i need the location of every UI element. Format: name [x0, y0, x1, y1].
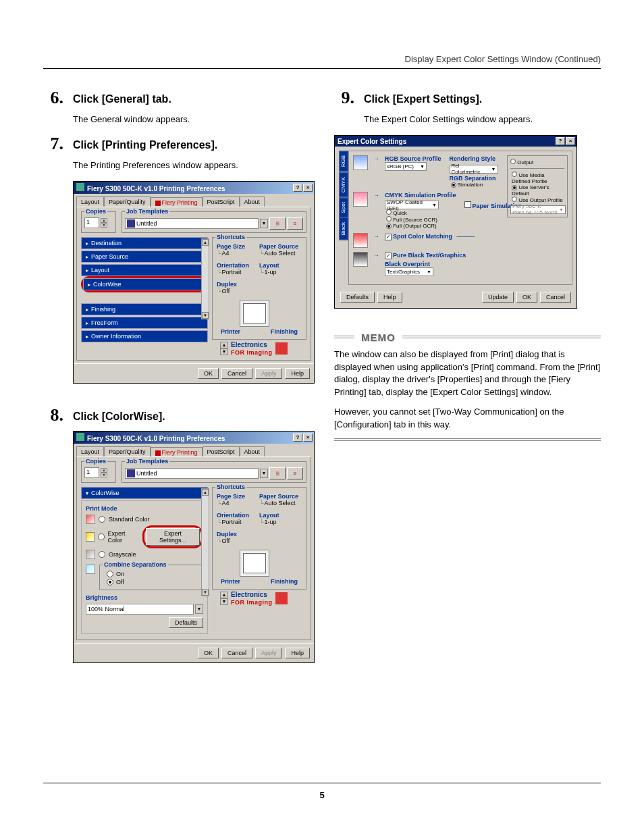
output-profile-select[interactable]: Fiery 50C-K Plain.64-105 Norm▼ [510, 205, 566, 214]
brightness-select[interactable]: 100% Normal [86, 604, 194, 615]
defaults-button[interactable]: Defaults [169, 617, 203, 628]
nav-destination[interactable]: Destination [81, 237, 208, 249]
rendering-label: Rendering Style [450, 155, 498, 162]
spot-match-checkbox[interactable] [385, 234, 392, 240]
printer-link[interactable]: Printer [221, 578, 240, 585]
scrollbar[interactable]: ▲▼ [201, 238, 209, 319]
vtab-black[interactable]: Black [339, 217, 348, 240]
tab-postscript[interactable]: PostScript [203, 446, 240, 457]
server-default-radio[interactable] [512, 185, 517, 190]
step-title: Click [Expert Settings]. [364, 89, 482, 105]
manage-template-button[interactable]: ≡ [287, 217, 303, 230]
copies-spinner[interactable]: ▲▼ [101, 468, 107, 477]
window-title: Fiery S300 50C-K v1.0 Printing Preferenc… [87, 435, 225, 442]
grayscale-radio[interactable] [99, 551, 105, 558]
job-templates-group: Job Templates Untitled ▼ ⎘ ≡ [122, 461, 306, 483]
nav-owner-info[interactable]: Owner Information [81, 330, 208, 342]
nav-layout[interactable]: Layout [81, 264, 208, 276]
black-overprint-select[interactable]: Text/Graphics▼ [385, 267, 433, 276]
copies-input[interactable]: 1 [84, 467, 99, 478]
printer-link[interactable]: Printer [221, 328, 240, 335]
full-output-radio[interactable] [386, 224, 392, 229]
step-6: 6. Click [General] tab. [43, 89, 310, 107]
copies-label: Copies [84, 208, 107, 215]
defaults-button[interactable]: Defaults [340, 292, 375, 303]
vtab-rgb[interactable]: RGB [339, 151, 348, 172]
sc-layout-value: 1-up [259, 269, 302, 276]
cancel-button[interactable]: Cancel [221, 648, 252, 658]
scrollbar[interactable]: ▲▼ [201, 488, 209, 596]
combine-off-radio[interactable] [107, 579, 113, 585]
expert-settings-button[interactable]: Expert Settings... [146, 528, 200, 546]
help-button[interactable]: Help [377, 292, 402, 303]
help-button[interactable]: Help [285, 648, 310, 658]
ok-button[interactable]: OK [516, 292, 537, 303]
efi-badge-icon [275, 342, 288, 355]
nav-colorwise[interactable]: ColorWise [81, 487, 208, 499]
step-7: 7. Click [Printing Preferences]. [43, 135, 310, 153]
save-template-button[interactable]: ⎘ [269, 217, 286, 230]
job-template-select[interactable]: Untitled [125, 468, 259, 479]
job-template-select[interactable]: Untitled [125, 218, 259, 229]
copies-input[interactable]: 1 [84, 217, 99, 228]
cmyk-sim-select[interactable]: SWOP-Coated (EFI)▼ [385, 201, 439, 209]
apply-button[interactable]: Apply [255, 648, 283, 658]
expert-radio[interactable] [98, 533, 104, 540]
close-icon[interactable]: × [566, 137, 575, 145]
tab-paper-quality[interactable]: Paper/Quality [104, 446, 151, 457]
finishing-link[interactable]: Finishing [271, 328, 298, 335]
page-spinner[interactable]: ▲▼ [220, 592, 228, 605]
nav-finishing[interactable]: Finishing [81, 303, 208, 315]
nav-colorwise[interactable]: ColorWise [83, 278, 206, 290]
copies-spinner[interactable]: ▲▼ [101, 218, 107, 228]
help-icon[interactable]: ? [556, 137, 565, 145]
output-profile-radio[interactable] [512, 197, 517, 202]
standard-radio[interactable] [99, 516, 105, 523]
tab-about[interactable]: About [240, 197, 265, 207]
close-icon[interactable]: × [303, 434, 313, 442]
close-icon[interactable]: × [303, 184, 313, 192]
simulation-radio[interactable] [451, 182, 456, 188]
tab-fiery-printing[interactable]: Fiery Printing [151, 447, 203, 457]
pure-black-checkbox[interactable] [385, 253, 392, 259]
output-radio[interactable] [510, 159, 516, 164]
dropdown-arrow-icon[interactable]: ▼ [260, 219, 268, 228]
combine-on-radio[interactable] [107, 571, 113, 577]
update-button[interactable]: Update [482, 292, 514, 303]
finishing-link[interactable]: Finishing [271, 578, 298, 585]
paper-sim-checkbox[interactable] [464, 201, 471, 208]
rgb-source-select[interactable]: sRGB (PC)▼ [385, 162, 427, 171]
dropdown-arrow-icon[interactable]: ▼ [260, 469, 268, 478]
dropdown-arrow-icon[interactable]: ▼ [195, 604, 203, 614]
cancel-button[interactable]: Cancel [540, 292, 571, 303]
nav-paper-source[interactable]: Paper Source [81, 251, 208, 263]
help-button[interactable]: Help [285, 368, 310, 379]
tab-fiery-printing[interactable]: Fiery Printing [151, 197, 203, 207]
sc-duplex-label: Duplex [217, 281, 302, 288]
ok-button[interactable]: OK [198, 368, 219, 379]
tab-paper-quality[interactable]: Paper/Quality [104, 197, 151, 207]
rendering-select[interactable]: Rel. Colorimetric▼ [450, 165, 498, 174]
save-template-button[interactable]: ⎘ [269, 467, 286, 479]
quick-radio[interactable] [386, 209, 392, 215]
tab-layout[interactable]: Layout [76, 446, 104, 457]
app-icon [76, 183, 84, 191]
output-label: Output [517, 159, 533, 165]
cancel-button[interactable]: Cancel [221, 368, 252, 379]
help-icon[interactable]: ? [293, 434, 302, 442]
help-icon[interactable]: ? [293, 184, 302, 192]
left-column: 6. Click [General] tab. The General wind… [43, 89, 310, 686]
ok-button[interactable]: OK [198, 648, 219, 658]
tab-postscript[interactable]: PostScript [203, 197, 240, 207]
vtab-cmyk[interactable]: CMYK [339, 172, 348, 197]
running-header: Display Expert Color Settings Window (Co… [43, 54, 601, 69]
tab-about[interactable]: About [240, 446, 265, 457]
nav-freeform[interactable]: FreeForm [81, 317, 208, 329]
full-source-radio[interactable] [386, 216, 392, 221]
tab-layout[interactable]: Layout [76, 197, 104, 207]
media-defined-radio[interactable] [512, 172, 517, 177]
manage-template-button[interactable]: ≡ [287, 467, 303, 479]
apply-button[interactable]: Apply [255, 368, 283, 379]
vtab-spot[interactable]: Spot [339, 197, 348, 217]
page-spinner[interactable]: ▲▼ [220, 342, 228, 355]
